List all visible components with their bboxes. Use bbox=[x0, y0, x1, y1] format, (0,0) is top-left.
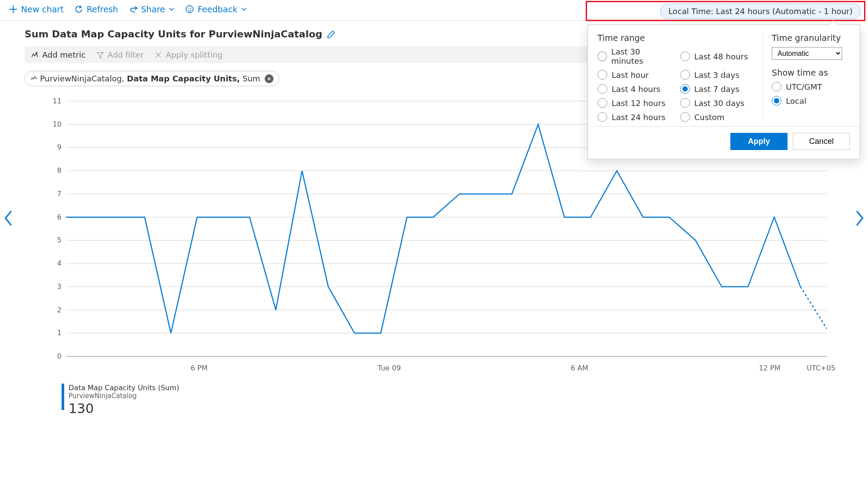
new-chart-button[interactable]: New chart bbox=[9, 4, 64, 14]
time-range-option[interactable]: Last 48 hours bbox=[680, 47, 754, 66]
apply-splitting-label: Apply splitting bbox=[166, 50, 222, 59]
legend-subtitle: PurviewNinjaCatalog bbox=[69, 392, 179, 400]
chip-agg: Sum bbox=[242, 74, 260, 83]
svg-text:4: 4 bbox=[57, 259, 62, 267]
feedback-button[interactable]: Feedback bbox=[185, 4, 247, 14]
close-icon bbox=[267, 77, 271, 81]
radio-icon bbox=[598, 70, 607, 80]
time-range-option[interactable]: Last 24 hours bbox=[598, 112, 671, 122]
cancel-button[interactable]: Cancel bbox=[793, 133, 850, 150]
chevron-down-icon bbox=[168, 6, 175, 12]
plus-icon bbox=[9, 5, 18, 14]
show-time-option-label: Local bbox=[786, 96, 806, 106]
time-range-option[interactable]: Last 30 days bbox=[680, 98, 754, 108]
granularity-heading: Time granularity bbox=[772, 33, 850, 43]
svg-text:8: 8 bbox=[57, 166, 62, 175]
radio-icon bbox=[680, 112, 690, 122]
apply-button[interactable]: Apply bbox=[730, 133, 788, 150]
filter-icon bbox=[96, 51, 104, 59]
time-range-option-label: Custom bbox=[694, 113, 725, 122]
svg-text:10: 10 bbox=[53, 120, 62, 128]
svg-text:6 PM: 6 PM bbox=[190, 364, 208, 372]
svg-text:1: 1 bbox=[57, 329, 62, 337]
metric-chip[interactable]: PurviewNinjaCatalog, Data Map Capacity U… bbox=[25, 71, 279, 86]
new-chart-label: New chart bbox=[21, 4, 64, 14]
chart-next-button[interactable] bbox=[854, 209, 865, 228]
time-range-option[interactable]: Last 12 hours bbox=[598, 98, 671, 108]
svg-text:5: 5 bbox=[57, 236, 62, 244]
time-range-option-label: Last 24 hours bbox=[612, 113, 665, 122]
add-filter-label: Add filter bbox=[108, 50, 144, 59]
chevron-right-icon bbox=[854, 209, 865, 227]
feedback-label: Feedback bbox=[197, 4, 237, 14]
legend-value: 130 bbox=[69, 401, 179, 416]
time-range-option[interactable]: Custom bbox=[680, 112, 754, 122]
command-bar: New chart Refresh Share Feedback Local T… bbox=[0, 0, 868, 21]
radio-icon bbox=[598, 112, 607, 122]
chart-title: Sum Data Map Capacity Units for PurviewN… bbox=[25, 29, 322, 40]
show-time-heading: Show time as bbox=[772, 68, 850, 77]
time-range-popover: Time range Last 30 minutesLast 48 hoursL… bbox=[587, 25, 860, 159]
svg-point-0 bbox=[186, 6, 193, 13]
radio-icon bbox=[772, 82, 781, 92]
radio-icon bbox=[680, 98, 690, 108]
apply-splitting-button[interactable]: Apply splitting bbox=[154, 50, 222, 59]
svg-text:2: 2 bbox=[57, 306, 62, 314]
refresh-icon bbox=[74, 5, 83, 14]
add-metric-button[interactable]: Add metric bbox=[31, 50, 86, 59]
svg-text:3: 3 bbox=[57, 282, 62, 291]
svg-text:UTC+05:30: UTC+05:30 bbox=[806, 364, 835, 372]
chip-remove-button[interactable] bbox=[265, 74, 274, 83]
share-button[interactable]: Share bbox=[129, 4, 175, 14]
svg-point-2 bbox=[190, 8, 191, 9]
chevron-down-icon bbox=[241, 6, 247, 12]
granularity-select[interactable]: Automatic bbox=[772, 47, 842, 60]
radio-icon bbox=[598, 98, 607, 108]
time-range-pill[interactable]: Local Time: Last 24 hours (Automatic - 1… bbox=[660, 4, 861, 19]
refresh-button[interactable]: Refresh bbox=[74, 4, 118, 14]
chart-legend: Data Map Capacity Units (Sum) PurviewNin… bbox=[62, 384, 850, 416]
svg-text:11: 11 bbox=[53, 97, 62, 105]
chart-prev-button[interactable] bbox=[3, 209, 14, 228]
time-range-pill-label: Local Time: Last 24 hours (Automatic - 1… bbox=[668, 7, 853, 16]
refresh-label: Refresh bbox=[87, 4, 118, 14]
show-time-option[interactable]: UTC/GMT bbox=[772, 82, 850, 92]
time-range-option-label: Last 12 hours bbox=[612, 99, 665, 108]
show-time-options: UTC/GMTLocal bbox=[772, 82, 850, 106]
legend-color-swatch bbox=[62, 384, 64, 410]
svg-text:6 AM: 6 AM bbox=[571, 364, 588, 372]
time-range-option-label: Last hour bbox=[612, 70, 649, 80]
radio-icon bbox=[598, 51, 607, 61]
share-label: Share bbox=[141, 4, 165, 14]
svg-text:6: 6 bbox=[57, 213, 62, 221]
svg-text:0: 0 bbox=[57, 352, 62, 360]
time-range-option[interactable]: Last 30 minutes bbox=[598, 47, 671, 66]
radio-icon bbox=[772, 96, 781, 106]
svg-text:Tue 09: Tue 09 bbox=[377, 364, 401, 372]
chevron-left-icon bbox=[3, 209, 14, 227]
time-range-option-label: Last 3 days bbox=[694, 70, 740, 80]
split-icon bbox=[154, 51, 162, 59]
show-time-option[interactable]: Local bbox=[772, 96, 850, 106]
time-range-option[interactable]: Last 4 hours bbox=[598, 84, 671, 94]
time-range-option[interactable]: Last hour bbox=[598, 70, 671, 80]
time-range-option[interactable]: Last 3 days bbox=[680, 70, 754, 80]
add-filter-button[interactable]: Add filter bbox=[96, 50, 144, 59]
show-time-option-label: UTC/GMT bbox=[786, 82, 822, 92]
edit-icon[interactable] bbox=[327, 30, 336, 39]
radio-icon bbox=[598, 84, 607, 94]
share-icon bbox=[129, 5, 138, 14]
chip-metric: Data Map Capacity Units, bbox=[127, 74, 240, 83]
time-range-options: Last 30 minutesLast 48 hoursLast hourLas… bbox=[598, 47, 754, 122]
radio-icon bbox=[680, 84, 690, 94]
svg-text:9: 9 bbox=[57, 143, 62, 151]
svg-text:12 PM: 12 PM bbox=[759, 364, 780, 372]
time-range-option-label: Last 30 minutes bbox=[611, 47, 671, 66]
metric-add-icon bbox=[31, 51, 39, 59]
time-range-option-label: Last 48 hours bbox=[694, 52, 748, 61]
time-range-option[interactable]: Last 7 days bbox=[680, 84, 754, 94]
radio-icon bbox=[680, 51, 690, 61]
time-range-option-label: Last 7 days bbox=[694, 84, 740, 94]
svg-text:7: 7 bbox=[57, 190, 62, 198]
add-metric-label: Add metric bbox=[42, 50, 86, 59]
